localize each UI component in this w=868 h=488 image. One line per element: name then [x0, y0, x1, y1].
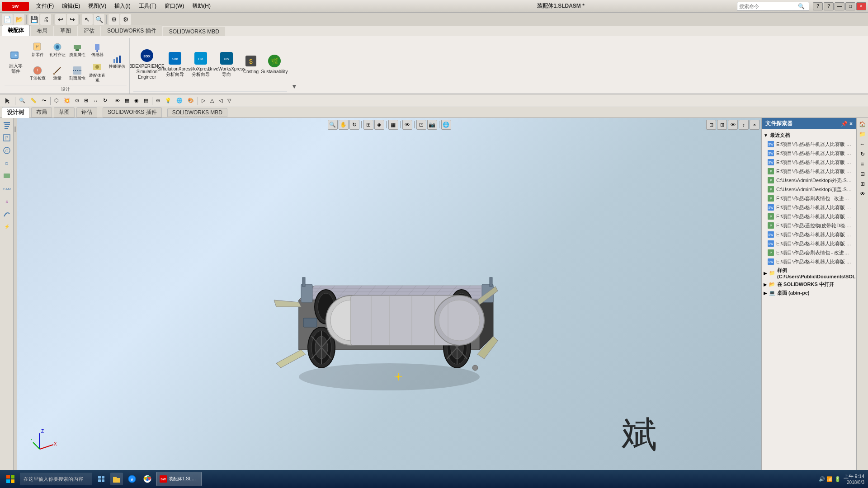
home-icon-btn[interactable]: 🏠: [858, 120, 867, 129]
costing-btn[interactable]: $ Costing: [241, 51, 261, 78]
dim-expert-btn[interactable]: D: [1, 158, 12, 169]
rotate-btn[interactable]: ↻: [101, 96, 109, 106]
feature-manager-btn[interactable]: [1, 120, 12, 131]
sensor-btn[interactable]: 传感器: [88, 38, 107, 61]
desktop-section-header[interactable]: ▶ 💻 桌面 (abin-pc): [762, 289, 856, 297]
display-mgr-btn[interactable]: [1, 170, 12, 181]
config-manager-btn[interactable]: C: [1, 145, 12, 156]
driveworks-btn[interactable]: DW DriveWorksXpress导向: [213, 50, 240, 79]
3d-sketch-btn[interactable]: ⬡: [52, 96, 61, 106]
window-restore-btn[interactable]: □: [845, 2, 855, 10]
vp-standard-views-btn[interactable]: ⊞: [363, 120, 373, 130]
ref-geom-btn[interactable]: ◁: [217, 96, 225, 106]
taskbar-solidworks[interactable]: SW 装配体1.SLD...: [156, 472, 202, 486]
interference-check-btn[interactable]: ! 干涉检查: [28, 61, 47, 84]
file-item[interactable]: SW E:\项目\作品\格斗机器人比赛版 - 无耦打□: [762, 140, 856, 149]
file-item[interactable]: SW E:\项目\作品\格斗机器人比赛版 - 无装配□: [762, 149, 856, 158]
file-explorer-close-btn[interactable]: ×: [849, 121, 853, 127]
view-orient-btn[interactable]: 👁: [113, 96, 122, 106]
dim-display-btn[interactable]: ▽: [225, 96, 233, 106]
folder-icon-btn[interactable]: 📁: [858, 130, 867, 139]
vp-display-mode-btn[interactable]: ▦: [388, 120, 398, 130]
menu-edit[interactable]: 编辑(E): [58, 1, 84, 11]
section-view2-btn[interactable]: ▤: [142, 96, 151, 106]
tab-sketch[interactable]: 草图: [54, 25, 77, 36]
task-view-btn[interactable]: [95, 473, 108, 485]
mass-properties-btn[interactable]: 质量属性: [68, 38, 87, 61]
sustainability-btn[interactable]: 🌿 Sustainability: [262, 51, 287, 78]
sw-plugins-tab[interactable]: SOLIDWORKS 插件: [103, 107, 162, 117]
routing-btn[interactable]: [1, 208, 12, 219]
view-setting-btn[interactable]: ⊛: [154, 96, 162, 106]
mate-btn[interactable]: ⊙: [73, 96, 81, 106]
scene-btn[interactable]: 🌐: [174, 96, 185, 106]
preview-btn[interactable]: 👁: [858, 189, 867, 198]
sw-open-section-header[interactable]: ▶ 📂 在 SOLIDWORKS 中打开: [762, 280, 856, 289]
select-tool-btn[interactable]: [2, 96, 14, 106]
file-item[interactable]: P C:\Users\Admin\Desktop\顶盖.SLDPRT: [762, 185, 856, 194]
tab-layout[interactable]: 布局: [31, 25, 53, 36]
move-btn[interactable]: ↔: [91, 96, 100, 106]
menu-file[interactable]: 文件(F): [33, 1, 57, 11]
ribbon-expand[interactable]: ▼: [291, 38, 297, 94]
open-btn[interactable]: 📂: [14, 14, 24, 25]
zoom-to-fit-btn[interactable]: 🔍: [94, 14, 104, 25]
property-manager-btn[interactable]: P: [1, 132, 12, 143]
simulation-btn[interactable]: S: [1, 196, 12, 206]
model-display-btn[interactable]: ▷: [199, 96, 208, 106]
file-item[interactable]: P E:\项目\作品\套刷表情包 - 改进版.后盖板.S: [762, 248, 856, 257]
back-btn[interactable]: ←: [858, 140, 867, 149]
left-panel-handle[interactable]: ‖: [14, 118, 17, 482]
insert-components-btn[interactable]: + 插入零部件: [5, 47, 27, 75]
cam-btn[interactable]: CAM: [1, 183, 12, 194]
file-item[interactable]: P E:\项目\作品\格斗机器人比赛版 - 另外壳.SLDPRT: [762, 167, 856, 176]
undo-btn[interactable]: ↩: [55, 14, 66, 25]
file-item[interactable]: P E:\项目\作品\遥控物(皮带轮D稳.SLDPRT: [762, 221, 856, 230]
viewport[interactable]: 🔍 ✋ ↻ ⊞ ◈ ▦ 👁 ⊡ 📷 🌐 ⊡ ⊞ 👁 ↕ ×: [17, 118, 761, 482]
measure2-btn[interactable]: 📏: [28, 96, 39, 106]
file-item[interactable]: SW E:\项目\作品\格斗机器人比赛版 - 无左走: [762, 239, 856, 248]
vp-hide-show-btn[interactable]: 👁: [402, 120, 412, 130]
file-item[interactable]: P E:\项目\作品\格斗机器人比赛版 - 改进版.后盖板.: [762, 212, 856, 221]
measure-btn[interactable]: 测量: [48, 61, 67, 84]
vp-camera-btn[interactable]: 📷: [427, 120, 437, 130]
explode-btn[interactable]: 💥: [61, 96, 72, 106]
zoom-select-btn[interactable]: 🔍: [17, 96, 28, 106]
menu-view[interactable]: 视图(V): [85, 1, 110, 11]
detail-view-btn[interactable]: ⊟: [858, 169, 867, 178]
lights-btn[interactable]: 💡: [163, 96, 174, 106]
new-part-btn[interactable]: P 新零件: [28, 38, 47, 61]
sketch-display-btn[interactable]: △: [208, 96, 216, 106]
vp-bg-btn[interactable]: 🌐: [441, 120, 451, 130]
align-btn[interactable]: ⊞: [82, 96, 90, 106]
menu-window[interactable]: 窗口(W): [161, 1, 188, 11]
curve-btn[interactable]: 〜: [39, 96, 49, 106]
simulation-xpress-btn[interactable]: Sim SimulationXpress分析向导: [161, 50, 189, 79]
print-btn[interactable]: 🖨: [40, 14, 51, 25]
sketch-tab[interactable]: 草图: [54, 107, 75, 117]
3dexperience-btn[interactable]: 3DX 3DEXPERIENCESimulationEngineer: [133, 47, 160, 81]
display-style-btn[interactable]: ▦: [123, 96, 132, 106]
layout-tab[interactable]: 布局: [31, 107, 52, 117]
tab-sw-plugins[interactable]: SOLIDWORKS 插件: [101, 25, 162, 36]
vp-rotate-btn[interactable]: ↻: [349, 120, 359, 130]
rebuild-btn[interactable]: ⚙: [108, 14, 119, 25]
thumbnail-view-btn[interactable]: ⊞: [858, 179, 867, 188]
tab-assembly[interactable]: 装配体: [2, 25, 30, 36]
vp-pan-btn[interactable]: ✋: [339, 120, 349, 130]
options-btn[interactable]: ⚙: [120, 14, 131, 25]
start-button[interactable]: [4, 472, 17, 486]
redo-btn[interactable]: ↪: [67, 14, 78, 25]
window-minimize-btn[interactable]: —: [835, 2, 844, 10]
minimize-button[interactable]: ?: [813, 2, 823, 10]
search-box[interactable]: 🔍: [737, 2, 809, 11]
vp-perspective-btn[interactable]: ◈: [374, 120, 384, 130]
recent-section-header[interactable]: ▼ 最近文档: [762, 131, 856, 140]
evaluate-tab[interactable]: 评估: [76, 107, 97, 117]
refresh-btn[interactable]: ↻: [858, 150, 867, 159]
hole-alignment-btn[interactable]: 孔对齐证: [48, 38, 67, 61]
search-input[interactable]: [739, 4, 798, 9]
vp-section-view-btn[interactable]: ⊡: [416, 120, 426, 130]
menu-tools[interactable]: 工具(T): [135, 1, 160, 11]
section-properties-btn[interactable]: 剖面属性: [68, 61, 87, 84]
